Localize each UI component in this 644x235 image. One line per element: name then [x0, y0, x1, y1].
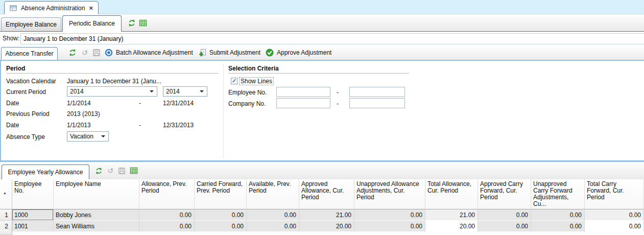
tab-label: Employee Balance: [6, 21, 57, 28]
grid-cell[interactable]: 0.00: [585, 209, 644, 221]
column-header[interactable]: Total Allowance, Cur. Period: [425, 179, 478, 209]
column-header[interactable]: Available, Prev. Period: [247, 179, 299, 209]
column-header[interactable]: Total Carry Forward, Cur. Period: [585, 179, 644, 209]
grid-cell[interactable]: 0.00: [478, 221, 531, 232]
date-to-value: 12/31/2013: [163, 122, 194, 129]
save-icon[interactable]: [117, 163, 126, 178]
undo-icon[interactable]: ↺: [80, 45, 89, 60]
batch-allowance-adjustment-button[interactable]: Batch Allowance Adjustment: [105, 45, 193, 60]
column-header[interactable]: Allowance, Prev. Period: [139, 179, 195, 209]
next-row-stub[interactable]: [0, 230, 12, 235]
column-header[interactable]: Unapproved Allowance Adjustments, Cur. P…: [354, 179, 425, 209]
grid-cell[interactable]: 1001: [12, 221, 54, 232]
save-icon[interactable]: [92, 45, 101, 60]
absence-administration-window: Absence Administration × Employee Balanc…: [0, 0, 644, 235]
range-dash: -: [139, 100, 141, 107]
grid-cell[interactable]: 20.00: [299, 221, 354, 232]
previous-period-label: Previous Period: [6, 110, 50, 118]
refresh-icon[interactable]: [128, 19, 136, 27]
absence-type-label: Absence Type: [6, 133, 45, 140]
company-no-to-input[interactable]: [349, 98, 405, 108]
date-label: Date: [6, 122, 19, 129]
chevron-down-icon: [101, 135, 105, 137]
grid-cell[interactable]: 20.00: [425, 221, 478, 232]
grid-cell[interactable]: 0.00: [139, 209, 195, 221]
grid-cell[interactable]: 0.00: [354, 209, 425, 221]
table-row: 11000Bobby Jones0.000.000.0021.000.0021.…: [0, 209, 644, 221]
column-header[interactable]: Employee Name: [54, 179, 139, 209]
tab-employee-yearly-allowance[interactable]: Employee Yearly Allowance: [2, 165, 89, 179]
selection-criteria-heading: Selection Criteria: [228, 65, 279, 72]
tab-absence-transfer[interactable]: Absence Transfer: [1, 47, 58, 60]
show-lines-label[interactable]: Show Lines: [240, 78, 273, 85]
vacation-calendar-label: Vacation Calendar: [6, 78, 56, 85]
undo-icon[interactable]: ↺: [106, 163, 115, 178]
grid-view-icon[interactable]: [139, 19, 147, 27]
group-divider: [223, 63, 224, 158]
tab-employee-balance[interactable]: Employee Balance: [1, 17, 61, 31]
grid-cell[interactable]: 0.00: [247, 221, 299, 232]
record-circle-icon: [105, 49, 113, 57]
employee-no-from-input[interactable]: [276, 87, 330, 97]
absence-type-select[interactable]: Vacation: [67, 131, 109, 142]
tab-periodic-balance[interactable]: Periodic Balance: [62, 15, 122, 32]
refresh-icon[interactable]: [94, 163, 103, 178]
date-from-value: 1/1/2013: [67, 122, 91, 129]
sort-asc-icon: ▲: [3, 191, 7, 195]
column-header[interactable]: Approved Carry Forward, Cur. Period: [478, 179, 531, 209]
grid-cell[interactable]: 21.00: [299, 209, 354, 221]
period-heading-rule: [6, 73, 219, 74]
chevron-down-icon: [200, 90, 204, 92]
show-filter-input[interactable]: [20, 33, 644, 44]
grid-cell[interactable]: 0.00: [195, 209, 247, 221]
row-selector-header[interactable]: ▲: [0, 179, 12, 209]
tab-label: Periodic Balance: [69, 20, 115, 27]
tab-label: Absence Transfer: [5, 50, 53, 57]
grid-cell[interactable]: Sean Williams: [54, 221, 139, 232]
grid-cell[interactable]: Bobby Jones: [54, 209, 139, 221]
table-row: 21001Sean Williams0.000.000.0020.000.002…: [0, 221, 644, 232]
grid-view-icon[interactable]: [129, 163, 138, 178]
panel-left-border: [0, 60, 1, 162]
current-period-year-select[interactable]: 2014: [163, 86, 207, 97]
column-header[interactable]: Employee No.: [12, 179, 54, 209]
button-label: Approve Adjustment: [277, 49, 331, 56]
grid-cell[interactable]: 0.00: [531, 221, 585, 232]
button-label: Batch Allowance Adjustment: [116, 49, 193, 56]
column-header[interactable]: Unapproved Carry Forward Adjustments, Cu…: [531, 179, 585, 209]
close-icon[interactable]: ×: [89, 5, 93, 11]
grid-cell[interactable]: 0.00: [478, 209, 531, 221]
date-to-value: 12/31/2014: [163, 100, 194, 107]
column-header[interactable]: Carried Forward, Prev. Period: [195, 179, 247, 209]
submit-adjustment-button[interactable]: Submit Adjustment: [198, 45, 260, 60]
row-number-cell[interactable]: 1: [0, 209, 12, 221]
tab-label: Employee Yearly Allowance: [8, 169, 83, 176]
button-label: Submit Adjustment: [209, 49, 260, 56]
refresh-icon[interactable]: [68, 45, 77, 60]
approve-adjustment-button[interactable]: Approve Adjustment: [266, 45, 331, 60]
company-no-from-input[interactable]: [276, 98, 330, 108]
grid-cell[interactable]: 21.00: [425, 209, 478, 221]
period-group-heading: Period: [6, 65, 25, 72]
approve-check-icon: [266, 49, 274, 57]
grid-cell[interactable]: 0.00: [247, 209, 299, 221]
grid-cell[interactable]: 0.00: [354, 221, 425, 232]
company-no-label: Company No.: [228, 100, 266, 107]
current-period-select[interactable]: 2014: [67, 86, 157, 97]
current-period-label: Current Period: [6, 88, 46, 96]
column-header[interactable]: Approved Allowance, Cur. Period: [299, 179, 354, 209]
grid-cell[interactable]: 0.00: [585, 221, 644, 232]
grid-cell[interactable]: 0.00: [139, 221, 195, 232]
window-tab-absence-administration[interactable]: Absence Administration ×: [4, 1, 99, 14]
date-from-value: 1/1/2014: [67, 100, 91, 107]
grid-cell[interactable]: 1000: [12, 209, 54, 221]
window-tab-title: Absence Administration: [21, 5, 85, 12]
employee-no-label: Employee No.: [228, 89, 267, 96]
submit-doc-icon: [198, 49, 206, 57]
employee-yearly-allowance-table: ▲Employee No.Employee NameAllowance, Pre…: [0, 179, 644, 232]
grid-cell[interactable]: 0.00: [531, 209, 585, 221]
show-lines-checkbox[interactable]: ✓: [231, 78, 237, 84]
vacation-calendar-value: January 1 to December 31 (Janu...: [67, 78, 161, 85]
grid-cell[interactable]: 0.00: [195, 221, 247, 232]
employee-no-to-input[interactable]: [349, 87, 405, 97]
